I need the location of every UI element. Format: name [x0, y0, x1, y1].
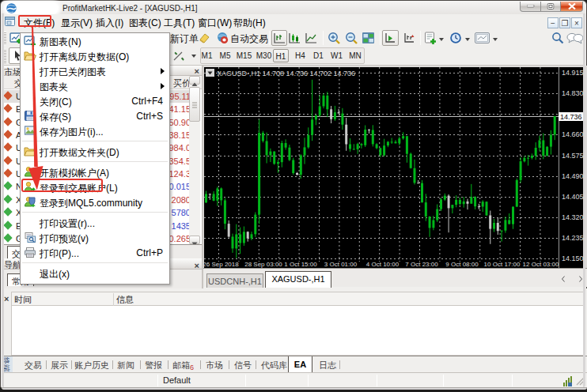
svg-text:1 Oct 15:00: 1 Oct 15:00 — [284, 261, 317, 268]
svg-text:7 Oct 23:00: 7 Oct 23:00 — [405, 261, 438, 268]
svg-text:28 Sep 03:00: 28 Sep 03:00 — [244, 261, 282, 268]
svg-text:10 Oct 17:00: 10 Oct 17:00 — [484, 261, 521, 268]
svg-text:9 Oct 08:00: 9 Oct 08:00 — [445, 261, 479, 268]
svg-text:14.830: 14.830 — [562, 89, 584, 97]
svg-text:12 Oct 03:00: 12 Oct 03:00 — [523, 261, 559, 268]
svg-text:14.575: 14.575 — [562, 152, 584, 160]
svg-text:14.150: 14.150 — [562, 254, 584, 262]
svg-text:3 Oct 01:00: 3 Oct 01:00 — [324, 261, 358, 268]
svg-text:14.405: 14.405 — [562, 193, 584, 201]
svg-text:26 Sep 2018: 26 Sep 2018 — [204, 261, 239, 268]
svg-text:14.660: 14.660 — [562, 130, 584, 138]
svg-text:14.235: 14.235 — [562, 234, 584, 242]
svg-text:14.490: 14.490 — [562, 172, 584, 180]
svg-text:4 Oct 10:00: 4 Oct 10:00 — [366, 261, 400, 268]
svg-text:14.320: 14.320 — [562, 213, 584, 221]
svg-text:XAGUSD-,H1 14.708 14.736 14.7: XAGUSD-,H1 14.708 14.736 14.702 14.736 — [217, 70, 355, 77]
svg-text:14.915: 14.915 — [562, 69, 584, 77]
svg-text:14.736: 14.736 — [560, 113, 582, 121]
